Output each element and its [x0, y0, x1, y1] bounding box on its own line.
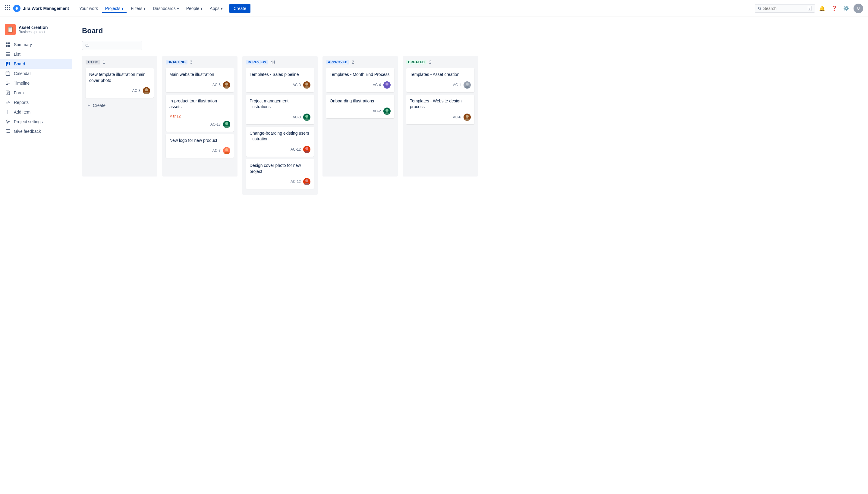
sidebar-label-form: Form	[14, 90, 24, 95]
column-header-todo: TO DO 1	[86, 60, 154, 64]
sidebar-item-timeline[interactable]: Timeline	[0, 78, 72, 88]
search-icon	[758, 6, 761, 11]
card-id-ac8: AC-8	[132, 89, 141, 93]
card-id-ac7: AC-7	[213, 149, 221, 153]
sidebar-item-reports[interactable]: Reports	[0, 98, 72, 107]
card-ac3[interactable]: Templates - Sales pipeline AC-3	[246, 68, 314, 92]
card-ac18[interactable]: In-product tour illustration assets Mar …	[166, 95, 234, 132]
topnav-your-work[interactable]: Your work	[76, 4, 101, 13]
svg-point-60	[464, 118, 470, 121]
card-ac8-review[interactable]: Project management illustrations AC-8	[246, 95, 314, 125]
card-ac12-design[interactable]: Design cover photo for new project AC-12	[246, 159, 314, 189]
svg-rect-3	[5, 7, 6, 8]
calendar-icon	[5, 71, 11, 76]
card-ac12-change[interactable]: Change-boarding existing users illustrat…	[246, 127, 314, 157]
topnav-projects[interactable]: Projects ▾	[102, 4, 127, 13]
card-id-ac3: AC-3	[293, 83, 301, 87]
card-ac6-created[interactable]: Templates - Website design process AC-6	[406, 95, 474, 125]
grid-icon[interactable]	[5, 5, 10, 12]
card-avatar-ac2	[383, 108, 391, 115]
svg-rect-19	[7, 62, 8, 64]
card-footer-ac1: AC-1	[410, 81, 471, 89]
card-ac4[interactable]: Templates - Month End Process AC-4	[326, 68, 394, 92]
board-search-input[interactable]	[91, 43, 139, 48]
card-footer-ac4: AC-4	[330, 81, 391, 89]
column-header-created: CREATED 2	[406, 60, 474, 64]
board-search-box[interactable]	[82, 41, 142, 50]
card-avatar-ac6-created	[464, 114, 471, 121]
board-title: Board	[82, 26, 858, 35]
topnav-people[interactable]: People ▾	[183, 4, 206, 13]
project-icon: 📋	[5, 24, 16, 35]
svg-rect-18	[6, 62, 7, 66]
column-approved: APPROVED 2 Templates - Month End Process…	[322, 56, 398, 176]
form-icon	[5, 90, 11, 95]
card-ac1[interactable]: Templates - Asset creation AC-1	[406, 68, 474, 92]
user-avatar[interactable]: U	[853, 4, 863, 13]
svg-point-9	[758, 7, 760, 9]
svg-point-50	[304, 151, 310, 153]
svg-rect-8	[9, 9, 10, 10]
card-id-ac2: AC-2	[373, 109, 381, 113]
sidebar-item-summary[interactable]: Summary	[0, 40, 72, 50]
sidebar-item-board[interactable]: Board	[0, 59, 72, 69]
column-count-inreview: 44	[270, 60, 275, 64]
card-id-ac6-created: AC-6	[453, 115, 461, 119]
card-ac8[interactable]: New template illustration main cover pho…	[86, 68, 154, 98]
card-avatar-ac4	[383, 81, 391, 89]
svg-point-38	[144, 92, 149, 94]
svg-line-36	[88, 46, 89, 47]
sidebar-item-add-item[interactable]: Add item	[0, 107, 72, 117]
svg-point-55	[386, 109, 388, 112]
svg-rect-5	[9, 7, 10, 8]
sidebar-label-summary: Summary	[14, 42, 32, 47]
column-label-inreview: IN REVIEW	[246, 60, 268, 64]
column-label-todo: TO DO	[86, 60, 100, 64]
card-avatar-ac6	[223, 81, 230, 89]
svg-point-48	[304, 118, 310, 121]
topnav-projects-wrapper: Projects ▾	[102, 4, 127, 13]
sidebar-label-list: List	[14, 52, 20, 57]
sidebar-item-project-settings[interactable]: Project settings	[0, 117, 72, 127]
svg-rect-11	[6, 42, 7, 44]
search-input[interactable]	[763, 6, 806, 11]
sidebar: 📋 Asset creation Business project Summar…	[0, 17, 72, 494]
sidebar-item-form[interactable]: Form	[0, 88, 72, 98]
svg-rect-15	[6, 52, 10, 53]
sidebar-label-reports: Reports	[14, 100, 29, 105]
app-logo[interactable]: Jira Work Management	[13, 4, 69, 13]
topnav-apps[interactable]: Apps ▾	[207, 4, 226, 13]
card-ac7[interactable]: New logo for new product AC-7	[166, 134, 234, 158]
column-header-inreview: IN REVIEW 44	[246, 60, 314, 64]
plus-icon: ＋	[87, 103, 91, 108]
svg-rect-25	[6, 82, 8, 82]
sidebar-item-calendar[interactable]: Calendar	[0, 69, 72, 78]
topnav-filters[interactable]: Filters ▾	[128, 4, 149, 13]
svg-point-43	[225, 148, 228, 151]
card-footer-ac6-drafting: AC-6	[169, 81, 230, 89]
notifications-button[interactable]: 🔔	[817, 4, 827, 13]
help-button[interactable]: ❓	[829, 4, 839, 13]
card-title-ac18: In-product tour illustration assets	[169, 98, 230, 110]
settings-button[interactable]: ⚙️	[842, 4, 851, 13]
svg-rect-20	[9, 62, 10, 65]
svg-point-46	[304, 86, 310, 89]
create-button[interactable]: Create	[229, 4, 251, 13]
sidebar-item-give-feedback[interactable]: Give feedback	[0, 127, 72, 136]
svg-rect-13	[6, 45, 7, 47]
svg-point-49	[305, 147, 308, 150]
svg-point-57	[466, 82, 469, 86]
card-ac2[interactable]: Onboarding illustrations AC-2	[326, 95, 394, 119]
card-title-ac12-change: Change-boarding existing users illustrat…	[250, 130, 310, 142]
card-ac6-drafting[interactable]: Main website illustration AC-6	[166, 68, 234, 92]
sidebar-item-list[interactable]: List	[0, 50, 72, 59]
svg-rect-1	[7, 5, 8, 6]
svg-rect-16	[6, 54, 10, 55]
card-date-ac18: Mar 12	[169, 114, 181, 118]
card-avatar-ac12-change	[303, 146, 310, 153]
card-footer-ac2: AC-2	[330, 108, 391, 115]
create-item-todo[interactable]: ＋ Create	[86, 100, 154, 111]
search-box[interactable]: /	[755, 4, 815, 13]
svg-point-54	[384, 86, 390, 89]
topnav-dashboards[interactable]: Dashboards ▾	[150, 4, 182, 13]
